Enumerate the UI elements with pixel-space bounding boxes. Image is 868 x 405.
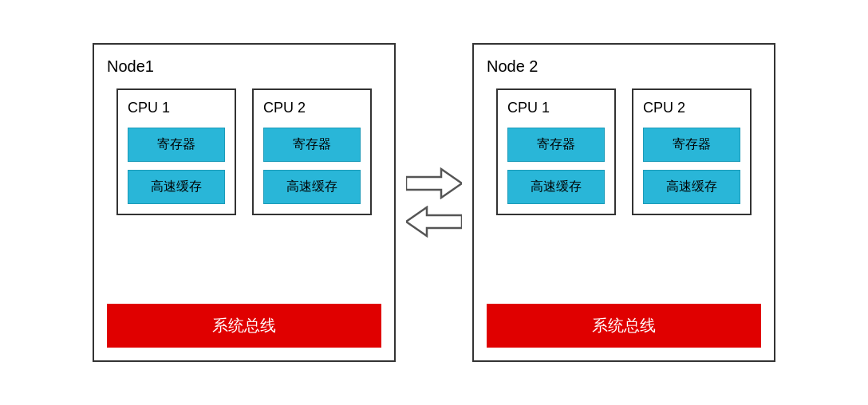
- node2-cpu-row: CPU 1 寄存器 高速缓存 CPU 2 寄存器 高速缓存: [496, 88, 752, 215]
- arrow-left-icon: [406, 206, 462, 238]
- node1-cpu2-cache: 高速缓存: [263, 170, 361, 204]
- node1-cpu1-register: 寄存器: [128, 128, 225, 162]
- node2-cpu2-register: 寄存器: [643, 128, 740, 162]
- node2-cpu1-box: CPU 1 寄存器 高速缓存: [496, 88, 616, 215]
- node1-cpu2-box: CPU 2 寄存器 高速缓存: [252, 88, 372, 215]
- node1-cpu1-label: CPU 1: [128, 100, 225, 116]
- diagram: Node1 CPU 1 寄存器 高速缓存 CPU 2 寄存器 高速缓存 系统总线: [93, 43, 775, 362]
- node1-bus: 系统总线: [107, 304, 381, 348]
- node1-cpu2-register: 寄存器: [263, 128, 361, 162]
- node2-title: Node 2: [487, 57, 539, 76]
- arrows-container: [402, 167, 466, 238]
- svg-marker-0: [406, 169, 462, 198]
- node2-box: Node 2 CPU 1 寄存器 高速缓存 CPU 2 寄存器 高速缓存 系统总…: [472, 43, 775, 362]
- node2-cpu1-label: CPU 1: [507, 100, 605, 116]
- node1-cpu1-box: CPU 1 寄存器 高速缓存: [116, 88, 236, 215]
- node2-bus: 系统总线: [487, 304, 761, 348]
- node2-cpu2-cache: 高速缓存: [643, 170, 740, 204]
- node2-cpu2-box: CPU 2 寄存器 高速缓存: [632, 88, 752, 215]
- node1-title: Node1: [107, 57, 154, 76]
- arrow-right-icon: [406, 167, 462, 199]
- node1-cpu1-cache: 高速缓存: [128, 170, 225, 204]
- node2-cpu1-register: 寄存器: [507, 128, 605, 162]
- node1-cpu2-label: CPU 2: [263, 100, 361, 116]
- svg-marker-1: [406, 207, 462, 236]
- node1-cpu-row: CPU 1 寄存器 高速缓存 CPU 2 寄存器 高速缓存: [116, 88, 372, 215]
- node2-cpu2-label: CPU 2: [643, 100, 740, 116]
- node2-cpu1-cache: 高速缓存: [507, 170, 605, 204]
- node1-box: Node1 CPU 1 寄存器 高速缓存 CPU 2 寄存器 高速缓存 系统总线: [93, 43, 396, 362]
